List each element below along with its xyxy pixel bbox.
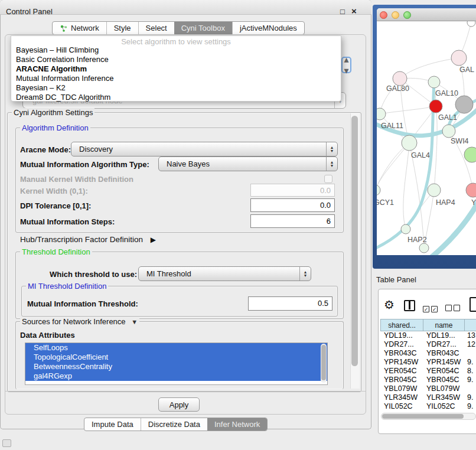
- select-all-checks-icon[interactable]: ✓✓: [423, 303, 439, 314]
- table-row[interactable]: YDL19...YDL19...13: [381, 331, 476, 340]
- network-node-gal4[interactable]: [402, 135, 417, 151]
- table-cell[interactable]: YDL19...: [424, 331, 466, 340]
- kernel-width-field[interactable]: 0.0: [250, 184, 335, 197]
- table-cell[interactable]: YER054C: [424, 367, 466, 376]
- attribute-list-item[interactable]: BetweennessCentrality: [25, 362, 327, 371]
- network-node-y[interactable]: [466, 183, 476, 197]
- table-cell[interactable]: YPR145W: [424, 358, 466, 367]
- attribute-list-item[interactable]: gal4RGexp: [25, 371, 327, 381]
- table-row[interactable]: YIL052CYIL052C9.: [381, 402, 476, 409]
- collapsed-panel-icon[interactable]: [2, 439, 11, 447]
- algorithm-option[interactable]: ARACNE Algorithm: [11, 64, 341, 74]
- algorithm-option[interactable]: Bayesian – Hill Climbing: [11, 45, 341, 55]
- algorithm-option[interactable]: Mutual Information Inference: [11, 74, 341, 83]
- table-cell[interactable]: YBR043C: [424, 349, 466, 358]
- network-node-hap4[interactable]: [428, 184, 441, 197]
- table-cell[interactable]: 8.: [466, 367, 476, 376]
- table-cell[interactable]: YER054C: [381, 367, 424, 376]
- network-node[interactable]: [419, 243, 429, 253]
- tab-cyni-toolbox[interactable]: Cyni Toolbox: [174, 22, 232, 34]
- export-table-icon[interactable]: [470, 297, 476, 312]
- aracne-mode-combo[interactable]: Discovery ▴▾: [71, 142, 338, 156]
- algorithm-option[interactable]: Dream8 DC_TDC Algorithm: [11, 93, 341, 102]
- column-header-name[interactable]: name: [423, 319, 465, 331]
- tab-select[interactable]: Select: [138, 22, 174, 34]
- sources-group-title[interactable]: Sources for Network Inference ▼: [20, 317, 139, 326]
- network-node-gal1[interactable]: [429, 100, 442, 113]
- close-icon[interactable]: ×: [351, 6, 357, 16]
- tab-infer-network[interactable]: Infer Network: [207, 418, 267, 431]
- mi-threshold-field[interactable]: 0.5: [248, 296, 332, 311]
- table-cell[interactable]: 9.: [466, 376, 476, 384]
- table-cell[interactable]: YLR345W: [381, 393, 424, 402]
- table-cell[interactable]: 13: [466, 331, 476, 340]
- table-row[interactable]: YLR345WYLR345W9.: [381, 393, 476, 402]
- table-cell[interactable]: YIL052C: [381, 402, 424, 409]
- table-cell[interactable]: 12: [466, 340, 476, 349]
- table-cell[interactable]: YBR045C: [424, 376, 466, 384]
- column-layout-icon[interactable]: [404, 300, 415, 311]
- table-cell[interactable]: YBR043C: [381, 349, 424, 358]
- table-hscrollbar-thumb[interactable]: [382, 414, 464, 419]
- which-threshold-combo[interactable]: MI Threshold ▴▾: [138, 266, 311, 281]
- dpi-tolerance-field[interactable]: 0.0: [250, 198, 335, 212]
- float-window-icon[interactable]: □: [340, 7, 345, 16]
- hub-definition-expander[interactable]: Hub/Transcription Factor Definition ▶: [20, 235, 156, 244]
- table-cell[interactable]: 9.: [466, 393, 476, 402]
- table-cell[interactable]: 9.: [466, 402, 476, 409]
- table-cell[interactable]: YDR27...: [381, 340, 424, 349]
- deselect-all-checks-icon[interactable]: [445, 303, 462, 314]
- tab-jactivemnodules[interactable]: jActiveMNodules: [232, 22, 304, 34]
- algorithm-option[interactable]: Basic Correlation Inference: [11, 55, 341, 64]
- network-node-gal11[interactable]: [377, 108, 386, 120]
- network-node-gal[interactable]: [451, 50, 467, 66]
- attributes-scrollbar-thumb[interactable]: [321, 345, 326, 380]
- table-row[interactable]: YDR27...YDR27...12: [381, 340, 476, 349]
- tab-style[interactable]: Style: [106, 22, 138, 34]
- table-cell[interactable]: YBL079W: [424, 384, 466, 393]
- attribute-list-item[interactable]: SelfLoops: [25, 343, 327, 353]
- table-cell[interactable]: YPR145W: [381, 358, 424, 367]
- network-node-swi4[interactable]: [442, 125, 455, 138]
- table-cell[interactable]: [466, 384, 476, 393]
- table-settings-gear-icon[interactable]: ⚙: [384, 298, 395, 312]
- tab-network[interactable]: Network: [53, 22, 106, 34]
- table-cell[interactable]: YLR345W: [424, 393, 466, 402]
- table-row[interactable]: YER054CYER054C8.: [381, 367, 476, 376]
- close-traffic-light[interactable]: [380, 11, 387, 19]
- mi-type-combo[interactable]: Naive Bayes ▴▾: [158, 156, 338, 171]
- manual-kernel-checkbox[interactable]: [324, 175, 332, 183]
- network-node-gal10[interactable]: [428, 76, 440, 88]
- settings-scrollbar-thumb[interactable]: [351, 116, 358, 366]
- network-node-hap2[interactable]: [401, 224, 410, 234]
- zoom-traffic-light[interactable]: [403, 11, 411, 19]
- apply-button[interactable]: Apply: [158, 397, 200, 412]
- tab-discretize-data[interactable]: Discretize Data: [141, 418, 207, 431]
- network-node[interactable]: [455, 96, 473, 113]
- network-node-gal80[interactable]: [393, 71, 407, 86]
- mi-steps-field[interactable]: 6: [250, 214, 335, 228]
- algorithm-option[interactable]: Bayesian – K2: [11, 83, 341, 93]
- minimize-traffic-light[interactable]: [392, 11, 399, 19]
- column-header-partial[interactable]: [464, 319, 476, 331]
- table-cell[interactable]: YBR045C: [381, 376, 424, 384]
- tab-impute-data[interactable]: Impute Data: [84, 418, 141, 431]
- algorithm-combo-arrows-icon[interactable]: ▴▾: [341, 57, 351, 73]
- network-node-gcy1[interactable]: [377, 185, 380, 195]
- table-row[interactable]: YBR043CYBR043C: [381, 349, 476, 358]
- table-cell[interactable]: 9.: [466, 358, 476, 367]
- table-cell[interactable]: YBL079W: [381, 384, 424, 393]
- table-cell[interactable]: YDL19...: [381, 331, 424, 340]
- network-node[interactable]: [464, 147, 476, 162]
- table-row[interactable]: YPR145WYPR145W9.: [381, 358, 476, 367]
- table-row[interactable]: YBR045CYBR045C9.: [381, 376, 476, 384]
- table-cell[interactable]: YIL052C: [424, 402, 466, 409]
- network-node[interactable]: [467, 21, 475, 27]
- column-header-shared-name[interactable]: shared...: [380, 319, 423, 331]
- network-window-titlebar[interactable]: [377, 8, 476, 21]
- table-row[interactable]: YBL079WYBL079W: [381, 384, 476, 393]
- table-cell[interactable]: YDR27...: [424, 340, 466, 349]
- table-cell[interactable]: [466, 349, 476, 358]
- attribute-list-item[interactable]: TopologicalCoefficient: [25, 353, 327, 362]
- network-canvas[interactable]: GALGAL80GAL10GAL1GAL11SWI4GAL4GCY1HAP4YH…: [377, 21, 476, 255]
